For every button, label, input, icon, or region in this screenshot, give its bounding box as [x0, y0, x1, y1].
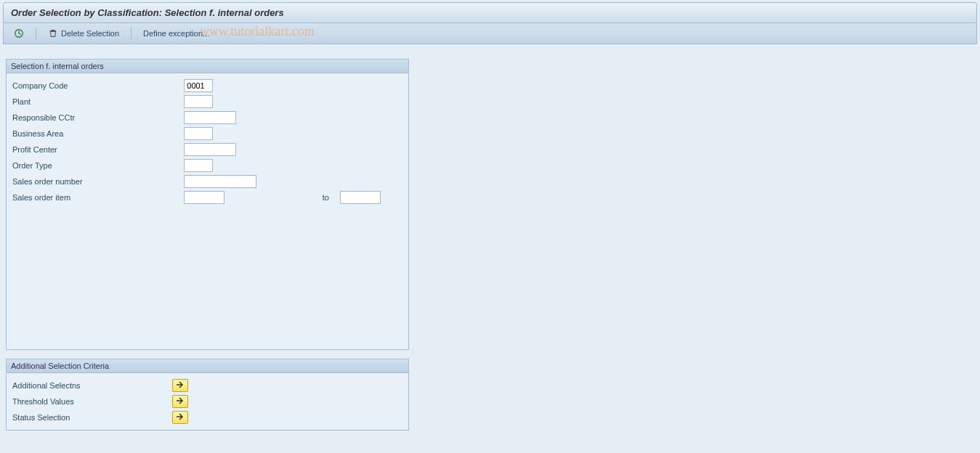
additional-selectns-label: Additional Selectns [12, 378, 172, 393]
sales-order-number-label: Sales order number [12, 174, 184, 189]
responsible-cctr-label: Responsible CCtr [12, 110, 184, 126]
arrow-right-icon [176, 397, 185, 406]
execute-icon [14, 28, 24, 38]
internal-orders-panel-header: Selection f. internal orders [7, 60, 408, 73]
toolbar-separator [36, 28, 36, 39]
plant-input[interactable] [184, 95, 213, 108]
status-selection-label: Status Selection [12, 409, 172, 425]
additional-criteria-panel-header: Additional Selection Criteria [7, 359, 408, 373]
sales-order-item-label: Sales order item [12, 189, 184, 205]
order-type-input[interactable] [184, 159, 213, 172]
toolbar-separator [131, 28, 131, 39]
order-type-label: Order Type [12, 158, 184, 174]
execute-button[interactable] [11, 27, 27, 40]
define-exception-label: Define exception... [143, 29, 209, 38]
responsible-cctr-input[interactable] [184, 111, 236, 124]
profit-center-input[interactable] [184, 143, 236, 156]
internal-orders-panel: Selection f. internal orders Company Cod… [6, 59, 409, 350]
status-selection-button[interactable] [172, 411, 188, 424]
trash-icon [48, 28, 58, 38]
company-code-input[interactable] [184, 79, 213, 92]
profit-center-label: Profit Center [12, 142, 184, 158]
define-exception-button[interactable]: Define exception... [140, 28, 212, 39]
delete-selection-button[interactable]: Delete Selection [45, 27, 122, 40]
page-title: Order Selection by Classification: Selec… [3, 2, 977, 23]
additional-criteria-panel: Additional Selection Criteria Additional… [6, 359, 409, 430]
arrow-right-icon [176, 413, 185, 422]
application-toolbar: Delete Selection Define exception... [3, 23, 977, 44]
threshold-values-button[interactable] [172, 395, 188, 408]
plant-label: Plant [12, 94, 184, 110]
sales-order-item-to-input[interactable] [340, 191, 381, 204]
additional-selectns-button[interactable] [172, 379, 188, 392]
sales-order-number-input[interactable] [184, 175, 256, 188]
delete-selection-label: Delete Selection [61, 29, 119, 38]
arrow-right-icon [176, 381, 185, 390]
to-label: to [293, 189, 340, 205]
business-area-input[interactable] [184, 127, 213, 140]
company-code-label: Company Code [12, 78, 184, 94]
business-area-label: Business Area [12, 126, 184, 142]
threshold-values-label: Threshold Values [12, 393, 172, 409]
sales-order-item-from-input[interactable] [184, 191, 224, 204]
